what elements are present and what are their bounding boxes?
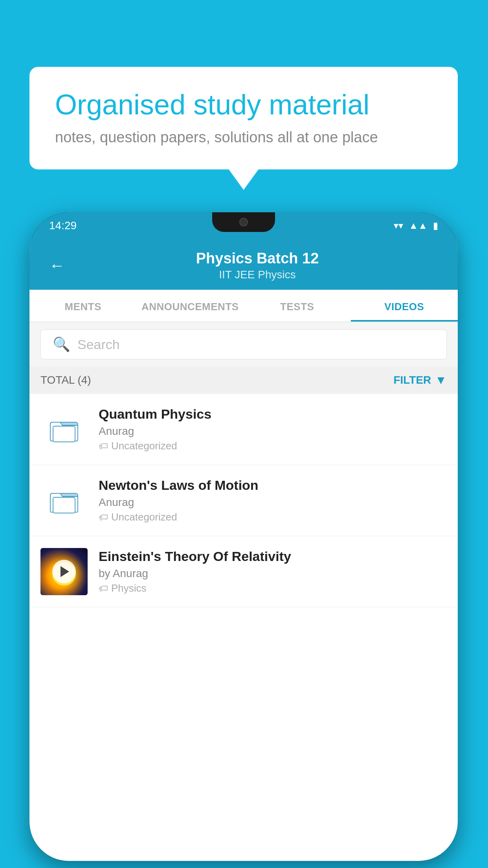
list-item[interactable]: Quantum Physics Anurag 🏷 Uncategorized <box>29 394 458 465</box>
status-bar: 14:29 ▾▾ ▲▲ ▮ <box>29 212 458 239</box>
header-center: Physics Batch 12 IIT JEE Physics <box>77 250 438 281</box>
video-title-quantum: Quantum Physics <box>99 406 447 422</box>
play-triangle-icon <box>61 566 69 577</box>
tab-announcements[interactable]: ANNOUNCEMENTS <box>137 290 244 322</box>
video-thumbnail-einstein <box>40 548 88 595</box>
video-author-einstein: by Anurag <box>99 567 447 580</box>
tag-icon: 🏷 <box>99 441 108 452</box>
speech-bubble: Organised study material notes, question… <box>29 67 458 169</box>
folder-icon-quantum <box>40 406 88 453</box>
list-item[interactable]: Einstein's Theory Of Relativity by Anura… <box>29 536 458 607</box>
tab-ments[interactable]: MENTS <box>29 290 137 322</box>
tag-icon: 🏷 <box>99 512 108 523</box>
video-author-newton: Anurag <box>99 496 447 509</box>
signal-icon: ▲▲ <box>409 220 427 231</box>
tab-tests[interactable]: TESTS <box>244 290 351 322</box>
video-item-info-newton: Newton's Laws of Motion Anurag 🏷 Uncateg… <box>99 478 447 523</box>
tabs-bar: MENTS ANNOUNCEMENTS TESTS VIDEOS <box>29 290 458 322</box>
filter-button[interactable]: FILTER ▼ <box>393 373 447 387</box>
video-tag-newton: 🏷 Uncategorized <box>99 511 447 523</box>
back-button[interactable]: ← <box>49 257 65 274</box>
wifi-icon: ▾▾ <box>394 220 403 231</box>
phone-frame: 14:29 ▾▾ ▲▲ ▮ ← Physics Batch 12 IIT JEE… <box>29 212 458 861</box>
bubble-subtitle: notes, question papers, solutions all at… <box>55 129 432 146</box>
app-header: ← Physics Batch 12 IIT JEE Physics <box>29 239 458 290</box>
video-author-quantum: Anurag <box>99 425 447 438</box>
video-tag-einstein: 🏷 Physics <box>99 582 447 594</box>
play-button[interactable] <box>52 560 76 583</box>
svg-rect-1 <box>53 426 75 442</box>
bubble-title: Organised study material <box>55 88 432 121</box>
total-count: TOTAL (4) <box>40 374 91 386</box>
search-placeholder: Search <box>77 337 120 352</box>
notch <box>212 212 275 232</box>
svg-rect-3 <box>53 497 75 513</box>
video-item-info-einstein: Einstein's Theory Of Relativity by Anura… <box>99 549 447 594</box>
video-item-info-quantum: Quantum Physics Anurag 🏷 Uncategorized <box>99 406 447 452</box>
video-title-einstein: Einstein's Theory Of Relativity <box>99 549 447 564</box>
battery-icon: ▮ <box>433 220 438 231</box>
header-subtitle: IIT JEE Physics <box>77 268 438 281</box>
header-title: Physics Batch 12 <box>77 250 438 267</box>
search-bar[interactable]: 🔍 Search <box>40 329 447 359</box>
folder-icon-newton <box>40 477 88 524</box>
tab-videos[interactable]: VIDEOS <box>351 290 458 322</box>
search-container: 🔍 Search <box>29 322 458 366</box>
phone-content: ← Physics Batch 12 IIT JEE Physics MENTS… <box>29 239 458 861</box>
camera <box>239 218 248 226</box>
search-icon: 🔍 <box>53 336 70 353</box>
filter-icon: ▼ <box>435 373 447 387</box>
video-tag-quantum: 🏷 Uncategorized <box>99 440 447 452</box>
tag-icon: 🏷 <box>99 583 108 594</box>
status-time: 14:29 <box>49 219 77 232</box>
list-item[interactable]: Newton's Laws of Motion Anurag 🏷 Uncateg… <box>29 465 458 536</box>
status-icons: ▾▾ ▲▲ ▮ <box>394 220 438 231</box>
video-title-newton: Newton's Laws of Motion <box>99 478 447 493</box>
filter-bar: TOTAL (4) FILTER ▼ <box>29 366 458 394</box>
video-list: Quantum Physics Anurag 🏷 Uncategorized <box>29 394 458 607</box>
